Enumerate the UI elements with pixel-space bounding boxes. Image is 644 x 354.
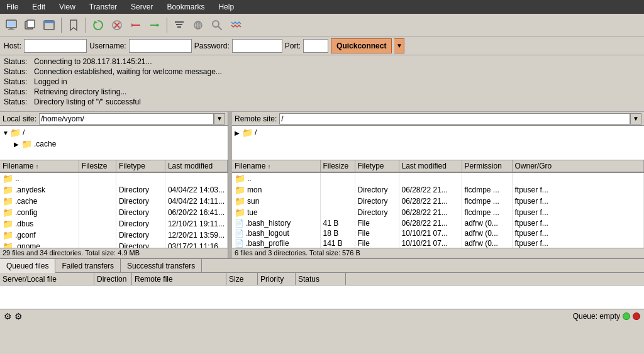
menu-edit[interactable]: Edit	[28, 1, 49, 13]
reconnect-button[interactable]	[146, 16, 164, 34]
new-window-button[interactable]	[40, 16, 58, 34]
site-manager-button[interactable]	[3, 16, 20, 34]
remote-file-size: 18 B	[320, 228, 355, 238]
remote-file-permission: flcdmpe ...	[462, 196, 512, 207]
tab-successful-transfers[interactable]: Successful transfers	[121, 259, 202, 272]
local-col-filetype[interactable]: Filetype	[116, 160, 165, 172]
remote-table-row[interactable]: 📁tue Directory 06/28/22 21... flcdmpe ..…	[232, 207, 644, 218]
remote-file-owner: ftpuser f...	[512, 207, 644, 218]
menu-help[interactable]: Help	[214, 1, 238, 13]
status-line-3: Status: Logged in	[4, 77, 640, 87]
remote-tree-toggle-root[interactable]: ▶	[235, 130, 242, 136]
remote-file-modified: 06/28/22 21...	[399, 184, 462, 196]
local-tree-toggle-root[interactable]: ▼	[3, 130, 10, 136]
menu-bookmarks[interactable]: Bookmarks	[163, 1, 208, 13]
bookmark-button[interactable]	[65, 16, 82, 34]
local-file-name: 📁.gconf	[0, 230, 79, 241]
remote-path-input[interactable]	[279, 113, 630, 124]
local-file-tbody: 📁.. 📁.anydesk Directory 04/04/22 14:03..…	[0, 172, 228, 248]
local-table-row[interactable]: 📁.config Directory 06/20/22 16:41...	[0, 207, 228, 218]
local-tree-cache-label: .cache	[34, 140, 56, 148]
local-file-name: 📁.dbus	[0, 218, 79, 230]
queue-content	[0, 285, 644, 309]
local-file-name: 📁.config	[0, 207, 79, 218]
local-table-row[interactable]: 📁.gnome Directory 03/17/21 11:16...	[0, 241, 228, 248]
settings-icon[interactable]: ⚙	[4, 311, 12, 321]
host-input[interactable]	[24, 39, 87, 53]
local-tree-cache[interactable]: ▶ 📁 .cache	[1, 138, 226, 150]
password-input[interactable]	[232, 39, 282, 53]
remote-table-row[interactable]: 📄.bash_history 41 B File 06/28/22 21... …	[232, 218, 644, 228]
menu-transfer[interactable]: Transfer	[86, 1, 121, 13]
local-tree-root[interactable]: ▼ 📁 /	[1, 127, 226, 138]
remote-col-modified[interactable]: Last modified	[399, 160, 462, 172]
port-input[interactable]	[303, 39, 328, 53]
username-input[interactable]	[129, 39, 192, 53]
status-line-4: Status: Retrieving directory listing...	[4, 87, 640, 97]
local-file-type	[116, 172, 165, 184]
menu-file[interactable]: File	[3, 1, 22, 13]
menu-server[interactable]: Server	[127, 1, 157, 13]
tab-queued-files[interactable]: Queued files	[0, 259, 55, 273]
local-file-size	[79, 207, 116, 218]
sync-browse-button[interactable]	[208, 16, 226, 34]
remote-table-row[interactable]: 📄.bash_profile 141 B File 10/10/21 07...…	[232, 238, 644, 248]
queue-col-server-local: Server/Local file	[0, 273, 94, 285]
status-dot-green	[623, 313, 630, 320]
refresh-button[interactable]	[89, 16, 107, 34]
remote-file-list: Filename ↑ Filesize Filetype Last modifi…	[232, 160, 644, 248]
local-table-row[interactable]: 📁.anydesk Directory 04/04/22 14:03...	[0, 184, 228, 196]
quickconnect-dropdown-button[interactable]: ▼	[394, 38, 404, 53]
local-file-modified: 12/20/21 13:59...	[165, 230, 227, 241]
tab-failed-transfers[interactable]: Failed transfers	[55, 259, 121, 272]
remote-col-filetype[interactable]: Filetype	[355, 160, 399, 172]
remote-col-filename[interactable]: Filename ↑	[232, 160, 320, 172]
folder-icon: 📁	[3, 196, 13, 206]
remote-col-owner[interactable]: Owner/Gro	[512, 160, 644, 172]
find-button[interactable]	[227, 16, 245, 34]
local-table-row[interactable]: 📁.cache Directory 04/04/22 14:11...	[0, 196, 228, 207]
remote-file-name: 📄.bash_history	[232, 218, 320, 228]
new-tab-button[interactable]	[21, 16, 39, 34]
folder-icon: 📁	[3, 185, 13, 195]
local-table-row[interactable]: 📁.dbus Directory 12/10/21 19:11...	[0, 218, 228, 230]
local-path-input[interactable]	[39, 113, 214, 124]
compare-button[interactable]	[189, 16, 207, 34]
local-col-modified[interactable]: Last modified	[165, 160, 227, 172]
local-col-filesize[interactable]: Filesize	[79, 160, 116, 172]
local-table-header-row: Filename ↑ Filesize Filetype Last modifi…	[0, 160, 228, 172]
filter-button[interactable]	[170, 16, 188, 34]
remote-tree-root[interactable]: ▶ 📁 /	[233, 127, 643, 138]
remote-table-row[interactable]: 📁sun Directory 06/28/22 21... flcdmpe ..…	[232, 196, 644, 207]
local-path-dropdown[interactable]: ▼	[214, 113, 225, 124]
remote-table-row[interactable]: 📄.bash_logout 18 B File 10/10/21 07... a…	[232, 228, 644, 238]
remote-table-row[interactable]: 📁mon Directory 06/28/22 21... flcdmpe ..…	[232, 184, 644, 196]
disconnect-button[interactable]	[127, 16, 145, 34]
local-table-row[interactable]: 📁.gconf Directory 12/20/21 13:59...	[0, 230, 228, 241]
remote-site-label: Remote site:	[235, 114, 277, 123]
menu-view[interactable]: View	[55, 1, 79, 13]
local-table-row[interactable]: 📁..	[0, 172, 228, 184]
local-file-type: Directory	[116, 218, 165, 230]
status-line-2: Status: Connection established, waiting …	[4, 67, 640, 77]
remote-col-filesize[interactable]: Filesize	[320, 160, 355, 172]
remote-file-permission: adfrw (0...	[462, 228, 512, 238]
svg-rect-5	[27, 20, 35, 28]
local-site-label: Local site:	[3, 114, 36, 123]
cancel-transfer-button[interactable]	[108, 16, 126, 34]
quickconnect-button[interactable]: Quickconnect	[331, 38, 392, 53]
queue-status-text: Queue: empty	[25, 312, 620, 321]
settings-icon-2[interactable]: ⚙	[14, 311, 23, 321]
remote-col-permission[interactable]: Permission	[462, 160, 512, 172]
remote-path-dropdown[interactable]: ▼	[630, 113, 641, 124]
local-col-filename[interactable]: Filename ↑	[0, 160, 79, 172]
local-tree-toggle-cache[interactable]: ▶	[14, 141, 21, 148]
local-file-list: Filename ↑ Filesize Filetype Last modifi…	[0, 160, 228, 248]
svg-rect-17	[176, 24, 182, 25]
bottom-bar: ⚙ ⚙ Queue: empty	[0, 309, 644, 323]
local-tree-folder-icon-cache: 📁	[21, 139, 32, 149]
queue-col-direction: Direction	[94, 273, 132, 285]
status-area: Status: Connecting to 208.117.81.145:21.…	[0, 55, 644, 112]
remote-table-row[interactable]: 📁..	[232, 172, 644, 184]
local-file-size	[79, 196, 116, 207]
